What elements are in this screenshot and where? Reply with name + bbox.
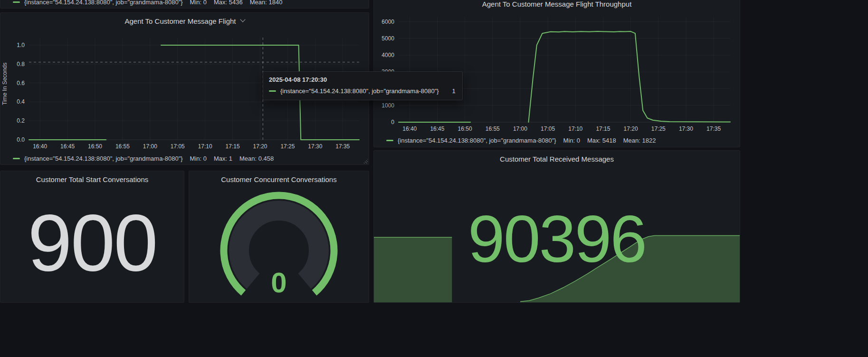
panel-title[interactable]: Agent To Customer Message Flight: [124, 17, 236, 25]
panel-title-bar[interactable]: Customer Concurrent Conversations: [189, 171, 369, 187]
panel-cropped-top: {instance="54.154.24.138:8080", job="gra…: [0, 0, 369, 9]
stat-value: 90396: [374, 206, 740, 272]
series-color-marker: [269, 90, 276, 92]
svg-text:17:20: 17:20: [624, 125, 638, 132]
gauge: 0: [198, 190, 360, 299]
stat-value: 900: [28, 203, 156, 283]
legend-row: {instance="54.154.24.138:8080", job="gra…: [13, 155, 274, 162]
legend-row: {instance="54.154.24.138:8080", job="gra…: [13, 0, 282, 6]
panel-customer-total-received-messages: Customer Total Received Messages 90396: [373, 150, 740, 303]
panel-title[interactable]: Customer Total Start Conversations: [36, 175, 149, 183]
svg-text:17:35: 17:35: [706, 125, 721, 132]
legend-series-name[interactable]: {instance="54.154.24.138:8080", job="gra…: [24, 155, 183, 162]
svg-text:6000: 6000: [382, 19, 394, 25]
panel-title[interactable]: Customer Concurrent Conversations: [221, 175, 336, 183]
panel-title[interactable]: Agent To Customer Message Flight Through…: [482, 0, 632, 8]
svg-text:16:40: 16:40: [33, 143, 47, 150]
panel-title-bar[interactable]: Agent To Customer Message Flight Through…: [374, 0, 740, 10]
tooltip-series-value: 1: [439, 87, 456, 95]
svg-text:16:45: 16:45: [60, 143, 75, 150]
panel-title-bar[interactable]: Customer Total Start Conversations: [0, 171, 184, 187]
legend-max: Max: 1: [214, 155, 232, 162]
svg-text:17:10: 17:10: [568, 125, 582, 132]
svg-text:17:15: 17:15: [596, 125, 610, 132]
svg-text:5000: 5000: [382, 35, 394, 42]
svg-text:17:00: 17:00: [143, 143, 157, 150]
svg-text:16:45: 16:45: [430, 125, 444, 132]
panel-customer-total-start-conversations: Customer Total Start Conversations 900: [0, 171, 184, 303]
tooltip-timestamp: 2025-04-08 17:20:30: [269, 76, 456, 83]
panel-title[interactable]: Customer Total Received Messages: [500, 155, 614, 163]
legend-mean: Mean: 1840: [250, 0, 283, 6]
tooltip-series-name: {instance="54.154.24.138:8080", job="gra…: [280, 87, 439, 95]
legend-series-name[interactable]: {instance="54.154.24.138:8080", job="gra…: [398, 137, 556, 144]
stat-value-container: 900: [0, 188, 184, 298]
legend-mean: Mean: 0.458: [239, 155, 274, 162]
svg-text:0.2: 0.2: [17, 117, 25, 124]
y-axis-label: Time In Seconds: [1, 32, 8, 136]
tooltip-series-row: {instance="54.154.24.138:8080", job="gra…: [269, 87, 456, 95]
svg-text:16:55: 16:55: [115, 143, 130, 150]
gauge-value: 0: [198, 269, 360, 297]
panel-resize-handle[interactable]: [363, 159, 368, 164]
legend-min: Min: 0: [190, 155, 207, 162]
legend-mean: Mean: 1822: [623, 137, 656, 144]
panel-title-bar[interactable]: Agent To Customer Message Flight: [0, 13, 369, 29]
svg-text:1.0: 1.0: [17, 42, 25, 48]
svg-text:0.6: 0.6: [17, 80, 25, 87]
svg-text:17:10: 17:10: [198, 143, 212, 150]
grafana-dashboard: {instance="54.154.24.138:8080", job="gra…: [0, 0, 868, 357]
svg-text:4000: 4000: [382, 52, 394, 58]
svg-text:17:05: 17:05: [171, 143, 185, 150]
svg-text:16:40: 16:40: [402, 125, 417, 132]
legend-row: {instance="54.154.24.138:8080", job="gra…: [386, 137, 656, 144]
svg-text:17:25: 17:25: [651, 125, 666, 132]
svg-text:17:00: 17:00: [513, 125, 527, 132]
legend-series-name[interactable]: {instance="54.154.24.138:8080", job="gra…: [24, 0, 183, 6]
legend-max: Max: 5436: [214, 0, 243, 6]
svg-text:16:50: 16:50: [88, 143, 102, 150]
series-color-marker: [13, 158, 20, 159]
svg-text:16:55: 16:55: [486, 125, 500, 132]
svg-text:0.8: 0.8: [17, 61, 25, 68]
svg-text:16:50: 16:50: [458, 125, 472, 132]
svg-text:17:15: 17:15: [226, 143, 240, 150]
svg-text:17:30: 17:30: [308, 143, 322, 150]
chevron-down-icon: [240, 17, 245, 22]
svg-text:17:20: 17:20: [253, 143, 267, 150]
svg-text:17:25: 17:25: [280, 143, 295, 150]
svg-text:17:35: 17:35: [335, 143, 350, 150]
legend-min: Min: 0: [563, 137, 580, 144]
panel-customer-concurrent-conversations: Customer Concurrent Conversations 0: [189, 171, 369, 303]
svg-text:0.4: 0.4: [17, 98, 25, 105]
legend-min: Min: 0: [190, 0, 207, 6]
series-color-marker: [386, 140, 393, 141]
svg-text:0.0: 0.0: [17, 136, 25, 143]
chart-tooltip: 2025-04-08 17:20:30 {instance="54.154.24…: [263, 71, 463, 100]
svg-text:1000: 1000: [382, 102, 394, 109]
svg-text:0: 0: [391, 119, 394, 125]
svg-text:17:30: 17:30: [679, 125, 693, 132]
svg-text:17:05: 17:05: [541, 125, 555, 132]
legend-max: Max: 5418: [587, 137, 616, 144]
panel-title-bar[interactable]: Customer Total Received Messages: [374, 151, 740, 167]
series-color-marker: [13, 1, 20, 3]
